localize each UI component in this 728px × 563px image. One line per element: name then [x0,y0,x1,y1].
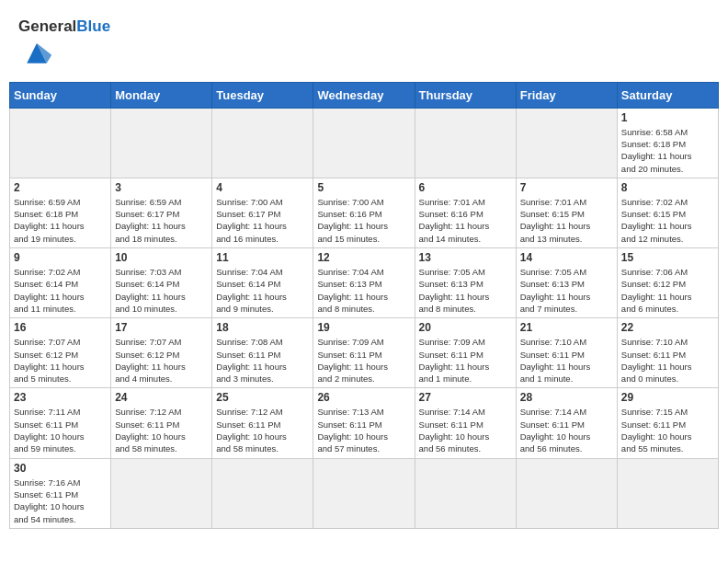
day-info: Sunrise: 7:06 AM Sunset: 6:12 PM Dayligh… [621,266,714,315]
day-info: Sunrise: 7:02 AM Sunset: 6:15 PM Dayligh… [621,196,714,245]
day-number: 13 [419,251,512,264]
col-sunday: Sunday [10,82,111,108]
calendar-day-cell: 29Sunrise: 7:15 AM Sunset: 6:11 PM Dayli… [617,388,718,458]
day-info: Sunrise: 7:03 AM Sunset: 6:14 PM Dayligh… [115,266,208,315]
day-number: 24 [115,391,208,404]
day-number: 12 [317,251,410,264]
calendar-day-cell: 17Sunrise: 7:07 AM Sunset: 6:12 PM Dayli… [111,318,212,388]
col-wednesday: Wednesday [313,82,415,108]
calendar-day-cell: 10Sunrise: 7:03 AM Sunset: 6:14 PM Dayli… [111,248,212,318]
day-info: Sunrise: 7:15 AM Sunset: 6:11 PM Dayligh… [621,406,714,454]
day-info: Sunrise: 7:05 AM Sunset: 6:13 PM Dayligh… [520,266,613,315]
calendar-day-cell [516,458,617,528]
day-number: 6 [419,181,512,194]
day-number: 14 [520,251,613,264]
page-container: GeneralBlue Sunday Monday Tuesday Wednes… [9,9,719,529]
day-number: 11 [216,251,309,264]
calendar-day-cell [617,458,718,528]
day-info: Sunrise: 7:14 AM Sunset: 6:11 PM Dayligh… [520,406,613,454]
logo: GeneralBlue [18,18,110,73]
day-number: 28 [520,391,613,404]
calendar-day-cell [313,458,415,528]
col-tuesday: Tuesday [212,82,313,108]
calendar-day-cell: 4Sunrise: 7:00 AM Sunset: 6:17 PM Daylig… [212,178,313,247]
day-number: 23 [14,391,107,404]
calendar-day-cell [212,108,313,178]
col-saturday: Saturday [617,82,718,108]
calendar-day-cell: 16Sunrise: 7:07 AM Sunset: 6:12 PM Dayli… [10,318,111,388]
day-info: Sunrise: 7:07 AM Sunset: 6:12 PM Dayligh… [14,336,107,385]
calendar-day-cell: 28Sunrise: 7:14 AM Sunset: 6:11 PM Dayli… [516,388,617,458]
day-number: 4 [216,181,309,194]
calendar-day-cell [111,458,212,528]
calendar-day-cell: 13Sunrise: 7:05 AM Sunset: 6:13 PM Dayli… [415,248,516,318]
calendar-day-cell: 2Sunrise: 6:59 AM Sunset: 6:18 PM Daylig… [10,178,111,247]
calendar-day-cell: 9Sunrise: 7:02 AM Sunset: 6:14 PM Daylig… [10,248,111,318]
calendar-day-cell [212,458,313,528]
day-number: 5 [317,181,410,194]
col-monday: Monday [111,82,212,108]
calendar-day-cell: 26Sunrise: 7:13 AM Sunset: 6:11 PM Dayli… [313,388,415,458]
calendar-week-row: 9Sunrise: 7:02 AM Sunset: 6:14 PM Daylig… [10,248,719,318]
calendar-day-cell: 11Sunrise: 7:04 AM Sunset: 6:14 PM Dayli… [212,248,313,318]
logo-icon [20,36,53,69]
calendar-day-cell [415,108,516,178]
day-number: 20 [419,321,512,334]
calendar-week-row: 23Sunrise: 7:11 AM Sunset: 6:11 PM Dayli… [10,388,719,458]
day-number: 27 [419,391,512,404]
calendar-day-cell: 18Sunrise: 7:08 AM Sunset: 6:11 PM Dayli… [212,318,313,388]
day-number: 1 [621,111,714,124]
day-info: Sunrise: 7:00 AM Sunset: 6:16 PM Dayligh… [317,196,410,245]
day-number: 22 [621,321,714,334]
day-info: Sunrise: 6:59 AM Sunset: 6:18 PM Dayligh… [14,196,107,245]
day-number: 30 [14,462,107,475]
day-number: 7 [520,181,613,194]
day-info: Sunrise: 7:14 AM Sunset: 6:11 PM Dayligh… [419,406,512,454]
day-info: Sunrise: 7:10 AM Sunset: 6:11 PM Dayligh… [520,336,613,385]
day-info: Sunrise: 7:04 AM Sunset: 6:13 PM Dayligh… [317,266,410,315]
calendar-week-row: 1Sunrise: 6:58 AM Sunset: 6:18 PM Daylig… [10,108,719,178]
calendar-week-row: 16Sunrise: 7:07 AM Sunset: 6:12 PM Dayli… [10,318,719,388]
calendar-day-cell [313,108,415,178]
calendar-day-cell: 22Sunrise: 7:10 AM Sunset: 6:11 PM Dayli… [617,318,718,388]
day-number: 25 [216,391,309,404]
day-info: Sunrise: 7:12 AM Sunset: 6:11 PM Dayligh… [216,406,309,454]
calendar-day-cell: 23Sunrise: 7:11 AM Sunset: 6:11 PM Dayli… [10,388,111,458]
calendar-day-cell [10,108,111,178]
calendar-day-cell: 24Sunrise: 7:12 AM Sunset: 6:11 PM Dayli… [111,388,212,458]
calendar-day-cell: 5Sunrise: 7:00 AM Sunset: 6:16 PM Daylig… [313,178,415,247]
day-info: Sunrise: 6:58 AM Sunset: 6:18 PM Dayligh… [621,126,714,175]
day-number: 26 [317,391,410,404]
calendar-table: Sunday Monday Tuesday Wednesday Thursday… [9,82,719,529]
day-info: Sunrise: 7:11 AM Sunset: 6:11 PM Dayligh… [14,406,107,454]
day-info: Sunrise: 7:08 AM Sunset: 6:11 PM Dayligh… [216,336,309,385]
day-info: Sunrise: 7:09 AM Sunset: 6:11 PM Dayligh… [419,336,512,385]
day-number: 16 [14,321,107,334]
calendar-day-cell: 30Sunrise: 7:16 AM Sunset: 6:11 PM Dayli… [10,458,111,528]
calendar-day-cell: 3Sunrise: 6:59 AM Sunset: 6:17 PM Daylig… [111,178,212,247]
day-info: Sunrise: 7:05 AM Sunset: 6:13 PM Dayligh… [419,266,512,315]
day-number: 8 [621,181,714,194]
day-info: Sunrise: 7:02 AM Sunset: 6:14 PM Dayligh… [14,266,107,315]
calendar-day-cell: 27Sunrise: 7:14 AM Sunset: 6:11 PM Dayli… [415,388,516,458]
day-info: Sunrise: 6:59 AM Sunset: 6:17 PM Dayligh… [115,196,208,245]
day-number: 9 [14,251,107,264]
calendar-day-cell: 21Sunrise: 7:10 AM Sunset: 6:11 PM Dayli… [516,318,617,388]
day-info: Sunrise: 7:09 AM Sunset: 6:11 PM Dayligh… [317,336,410,385]
col-thursday: Thursday [415,82,516,108]
day-info: Sunrise: 7:01 AM Sunset: 6:15 PM Dayligh… [520,196,613,245]
day-number: 21 [520,321,613,334]
calendar-day-cell: 20Sunrise: 7:09 AM Sunset: 6:11 PM Dayli… [415,318,516,388]
day-number: 17 [115,321,208,334]
calendar-week-row: 2Sunrise: 6:59 AM Sunset: 6:18 PM Daylig… [10,178,719,247]
day-info: Sunrise: 7:01 AM Sunset: 6:16 PM Dayligh… [419,196,512,245]
calendar-day-cell [111,108,212,178]
calendar-day-cell [516,108,617,178]
calendar-day-cell [415,458,516,528]
calendar-header-row: Sunday Monday Tuesday Wednesday Thursday… [10,82,719,108]
calendar-day-cell: 25Sunrise: 7:12 AM Sunset: 6:11 PM Dayli… [212,388,313,458]
header: GeneralBlue [9,9,719,77]
day-info: Sunrise: 7:12 AM Sunset: 6:11 PM Dayligh… [115,406,208,454]
calendar-day-cell: 7Sunrise: 7:01 AM Sunset: 6:15 PM Daylig… [516,178,617,247]
calendar-day-cell: 12Sunrise: 7:04 AM Sunset: 6:13 PM Dayli… [313,248,415,318]
